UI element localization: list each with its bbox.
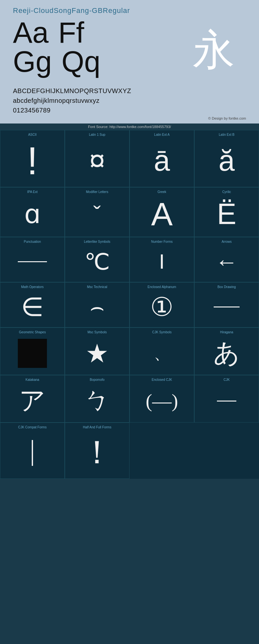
cell-label: IPA Ext [27,190,38,194]
grid-cell-bopomofo: Bopomofoㄅ [65,375,130,423]
latinextA-glyph: ā [154,144,170,177]
numberform-glyph: Ⅰ [159,251,165,273]
cell-glyph [4,431,61,475]
grid-cell-number-forms: Number FormsⅠ [130,237,194,282]
grid-cell-arrows: Arrows← [194,237,259,282]
cell-glyph: Ё [198,196,255,233]
cell-glyph: ˇ [68,196,126,233]
grid-cell-math-operators: Math Operators∈ [0,282,65,327]
grid-cell-greek: GreekΑ [130,187,194,237]
cell-glyph [198,291,255,323]
grid-cell-letterlike-symbols: Letterlike Symbols℃ [65,237,130,282]
enclosed-glyph: ① [150,292,174,322]
cell-glyph: ā [133,138,191,183]
glyph-grid: ASCII!Latin 1 Sup¤Latin Ext AāLatin Ext … [0,130,259,479]
font-preview-area: Aa Ff Gg Qq 永 [13,18,246,83]
modifier-glyph: ˇ [93,201,101,227]
grid-cell-latin-ext-a: Latin Ext Aā [130,130,194,187]
grid-cell-msc-symbols: Msc Symbols★ [65,327,130,375]
math-glyph: ∈ [21,292,44,322]
cell-label: Katakana [26,378,39,381]
grid-cell-punctuation: Punctuation [0,237,65,282]
grid-cell-ascii: ASCII! [0,130,65,187]
grid-cell-modifier-letters: Modifier Lettersˇ [65,187,130,237]
punctuation-dash [18,261,47,262]
cell-glyph: ！ [68,431,126,475]
cell-label: Arrows [221,240,231,243]
cell-label: Latin Ext B [219,133,234,136]
cell-label: Box Drawing [218,285,236,289]
grid-cell-cyrilic: CyrilicЁ [194,187,259,237]
char-qq: Qq [62,47,100,76]
source-text: Font Source: http://www.fontke.com/font/… [88,125,171,129]
cell-glyph: ℃ [68,245,126,278]
grid-cell-katakana: Katakanaア [0,375,65,423]
cell-glyph [4,245,61,278]
cell-label: Latin Ext A [154,133,170,136]
cell-label: CJK Compat Forms [18,425,47,429]
grid-cell-hiragana: Hiraganaあ [194,327,259,375]
copyright: © Design by fontke.com [13,116,246,120]
katakana-glyph: ア [19,383,46,418]
grid-cell-geometric-shapes: Geometric Shapes [0,327,65,375]
grid-cell-cjk: CJK [194,375,259,423]
boxdraw-glyph [214,306,240,307]
cjk-dash [217,401,236,402]
cell-glyph: あ [198,336,255,371]
alphabet-uppercase: ABCDEFGHIJKLMNOPQRSTUVWXYZ abcdefghijklm… [13,86,246,115]
letterlike-glyph: ℃ [84,249,110,275]
cell-label: Msc Symbols [87,330,107,334]
geometric-square [18,339,47,368]
cell-label: Enclosed CJK [152,378,172,381]
grid-cell-cjk-symbols: CJK Symbols、 [130,327,194,375]
cell-glyph: ⌢ [68,291,126,323]
grid-cell-latin-ext-b: Latin Ext Bă [194,130,259,187]
big-chars: Aa Ff [13,18,181,47]
arrow-glyph: ← [215,249,238,275]
cell-glyph: 、 [133,336,191,371]
cyrillic-glyph: Ё [217,198,236,231]
cell-label: Bopomofo [90,378,105,381]
misctech-glyph: ⌢ [90,294,105,320]
char-aa: Aa [13,18,49,47]
cell-label: Letterlike Symbols [84,240,110,243]
font-title: Reeji-CloudSongFang-GBRegular [13,6,246,15]
hiragana-glyph: あ [213,336,240,371]
cell-glyph: ① [133,291,191,323]
lowercase-row: abcdefghijklmnopqrstuvwxyz [13,96,246,105]
cjkcompat-pipe [32,440,33,466]
grid-cell-enclosed-alphanum: Enclosed Alphanum① [130,282,194,327]
cell-glyph: ɑ [4,196,61,233]
grid-cell-enclosed-cjk: Enclosed CJK(—) [130,375,194,423]
cell-glyph: ★ [68,336,126,371]
char-ff: Ff [58,18,84,47]
cell-glyph: ア [4,383,61,418]
grid-cell-latin-1-sup: Latin 1 Sup¤ [65,130,130,187]
cell-glyph: ← [198,245,255,278]
cell-label: Hiragana [220,330,233,334]
ipa-glyph: ɑ [24,199,41,229]
latinextB-glyph: ă [219,144,235,177]
big-chars-2: Gg Qq [13,47,181,76]
source-bar: Font Source: http://www.fontke.com/font/… [0,123,259,130]
cell-label: Half And Full Forms [83,425,111,429]
cell-glyph [198,383,255,418]
kanji-char: 永 [193,22,235,79]
latin1-glyph: ¤ [89,144,105,177]
cell-glyph: (—) [133,383,191,418]
cell-label: CJK Symbols [152,330,172,334]
enclosedcjk-glyph: (—) [146,390,178,412]
char-gg: Gg [13,47,52,76]
cell-label: Latin 1 Sup [89,133,106,136]
cell-label: Msc Technical [87,285,107,289]
cjksym-glyph: 、 [154,343,170,364]
cell-glyph: Ⅰ [133,245,191,278]
cell-label: Number Forms [151,240,173,243]
cell-label: Enclosed Alphanum [148,285,176,289]
cell-glyph: ¤ [68,138,126,183]
cell-glyph [4,336,61,371]
grid-cell-half-and-full-forms: Half And Full Forms！ [65,423,130,479]
digits-row: 0123456789 [13,105,246,115]
header-section: Reeji-CloudSongFang-GBRegular Aa Ff Gg Q… [0,0,259,123]
cell-label: Modifier Letters [86,190,108,194]
